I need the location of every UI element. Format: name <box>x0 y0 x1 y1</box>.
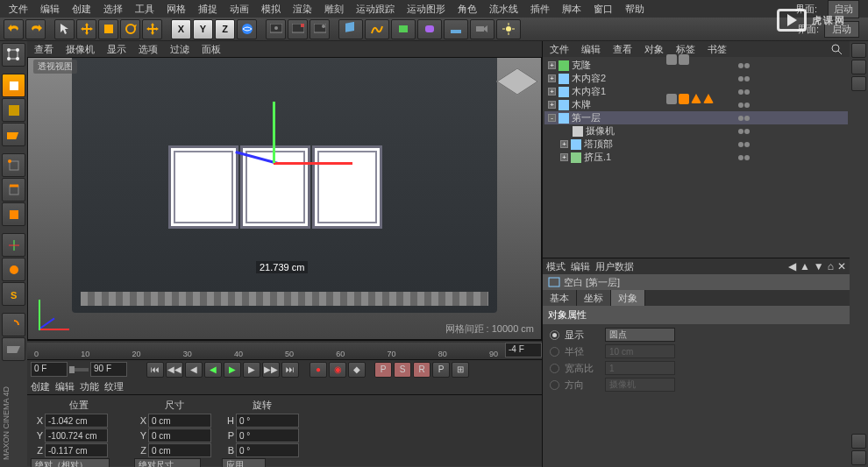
visibility-dot[interactable] <box>744 155 750 160</box>
visibility-dot[interactable] <box>744 76 750 81</box>
attrmenu-模式[interactable]: 模式 <box>546 260 566 273</box>
expander-icon[interactable]: + <box>548 61 556 69</box>
add-primitive-button[interactable] <box>338 19 363 39</box>
next-frame-button[interactable]: ▶ <box>243 362 260 378</box>
visibility-dot[interactable] <box>738 89 743 95</box>
vpmenu-显示[interactable]: 显示 <box>103 42 130 57</box>
expander-icon[interactable]: - <box>548 114 556 122</box>
menu-角色[interactable]: 角色 <box>452 1 482 18</box>
menu-网格[interactable]: 网格 <box>161 1 191 18</box>
add-spline-button[interactable] <box>365 19 389 39</box>
timeline-ruler[interactable]: 0102030405060708090 -4 F <box>27 340 542 359</box>
keyframe-sel-button[interactable]: ◆ <box>348 362 366 378</box>
enable-axis-button[interactable] <box>2 233 25 257</box>
render-picture-button[interactable] <box>288 19 308 39</box>
object-tree[interactable]: +克隆+木内容2+木内容1+木牌-第一层摄像机+塔顶部+挤压.1 <box>543 57 850 258</box>
render-settings-button[interactable] <box>309 19 330 39</box>
viewport-3d[interactable]: ↖ 21.739 cm 网格间距 : 10000 cm <box>27 57 542 340</box>
tab-basic[interactable]: 基本 <box>543 290 577 307</box>
vpmenu-面板[interactable]: 面板 <box>198 42 224 57</box>
visibility-dot[interactable] <box>744 89 750 95</box>
workplane-mode-button[interactable] <box>2 123 25 146</box>
enable-snap-button[interactable]: S <box>2 282 25 306</box>
rotate-tool[interactable] <box>120 19 140 39</box>
menu-工具[interactable]: 工具 <box>130 1 160 18</box>
tag-icon[interactable] <box>679 57 689 65</box>
rot-b-input[interactable] <box>236 443 299 457</box>
display-dropdown[interactable]: 圆点 <box>605 328 675 342</box>
current-frame-field[interactable]: -4 F <box>505 343 542 357</box>
menu-插件[interactable]: 插件 <box>525 1 555 18</box>
end-frame-field[interactable]: 90 F <box>90 362 127 377</box>
axis-z-toggle[interactable]: Z <box>215 19 235 39</box>
pos-x-input[interactable] <box>45 414 108 428</box>
visibility-dot[interactable] <box>744 129 750 134</box>
goto-prev-key-button[interactable]: ◀◀ <box>166 362 183 378</box>
viewport-solo-button[interactable] <box>2 258 25 281</box>
move-tool[interactable] <box>76 19 96 39</box>
matmenu-功能[interactable]: 功能 <box>80 380 99 393</box>
make-editable-button[interactable] <box>2 43 25 67</box>
objmenu-查看[interactable]: 查看 <box>609 42 636 57</box>
scale-tool[interactable] <box>98 19 118 39</box>
visibility-dot[interactable] <box>744 142 750 147</box>
render-view-button[interactable] <box>266 19 286 39</box>
visibility-dot[interactable] <box>744 63 750 68</box>
dock-button-1[interactable] <box>851 43 866 58</box>
tag-icon[interactable] <box>666 57 677 65</box>
workplane-snap-button[interactable] <box>2 337 25 361</box>
key-rot-button[interactable]: R <box>413 362 430 378</box>
tab-object[interactable]: 对象 <box>611 290 645 307</box>
visibility-dot[interactable] <box>738 63 743 68</box>
matmenu-创建[interactable]: 创建 <box>31 380 50 393</box>
tree-item-木内容2[interactable]: +木内容2 <box>544 72 848 85</box>
menu-模拟[interactable]: 模拟 <box>256 1 286 18</box>
tag-icon[interactable] <box>666 94 677 104</box>
add-environment-button[interactable] <box>444 19 468 39</box>
redo-button[interactable] <box>25 19 46 39</box>
record-key-button[interactable]: ● <box>309 362 327 378</box>
add-deformer-button[interactable] <box>417 19 442 39</box>
autokey-button[interactable]: ◉ <box>329 362 346 378</box>
visibility-dot[interactable] <box>738 116 743 121</box>
vpmenu-摄像机[interactable]: 摄像机 <box>62 42 98 57</box>
size-mode-dropdown[interactable]: 绝对尺寸 <box>134 458 201 467</box>
attr-nav-2[interactable]: ▼ <box>814 260 824 272</box>
vpmenu-过滤[interactable]: 过滤 <box>167 42 193 57</box>
vpmenu-查看[interactable]: 查看 <box>31 42 57 57</box>
attr-nav-4[interactable]: ✕ <box>837 260 846 272</box>
axis-x-toggle[interactable]: X <box>171 19 191 39</box>
visibility-dot[interactable] <box>744 116 750 121</box>
view-cube[interactable] <box>499 63 536 100</box>
goto-start-button[interactable]: ⏮ <box>146 362 164 378</box>
rot-p-input[interactable] <box>236 428 299 442</box>
menu-渲染[interactable]: 渲染 <box>288 1 317 18</box>
key-scale-button[interactable]: S <box>394 362 411 378</box>
pos-z-input[interactable] <box>45 443 108 457</box>
size-y-input[interactable] <box>148 428 211 442</box>
dock-button-3[interactable] <box>851 76 866 91</box>
tree-item-挤压.1[interactable]: +挤压.1 <box>544 151 848 164</box>
start-frame-field[interactable]: 0 F <box>31 362 68 377</box>
tag-icon[interactable] <box>703 94 714 103</box>
apply-button[interactable]: 应用 <box>222 458 266 467</box>
menu-创建[interactable]: 创建 <box>67 1 96 18</box>
prev-frame-button[interactable]: ◀ <box>185 362 203 378</box>
tab-coord[interactable]: 坐标 <box>577 290 611 307</box>
goto-end-button[interactable]: ⏭ <box>281 362 299 378</box>
dock-button-5[interactable] <box>851 450 866 465</box>
menu-窗口[interactable]: 窗口 <box>588 1 618 18</box>
matmenu-编辑[interactable]: 编辑 <box>55 380 75 393</box>
expander-icon[interactable]: + <box>548 101 556 109</box>
key-param-button[interactable]: P <box>432 362 450 378</box>
key-pos-button[interactable]: P <box>374 362 392 378</box>
attrmenu-用户数据[interactable]: 用户数据 <box>595 260 634 273</box>
vpmenu-选项[interactable]: 选项 <box>135 42 161 57</box>
tree-item-摄像机[interactable]: 摄像机 <box>544 124 848 138</box>
pos-mode-dropdown[interactable]: 绝对（相对） <box>31 458 110 467</box>
menu-选择[interactable]: 选择 <box>98 1 128 18</box>
visibility-dot[interactable] <box>738 129 743 134</box>
menu-流水线[interactable]: 流水线 <box>484 1 523 18</box>
tree-item-克隆[interactable]: +克隆 <box>544 59 848 72</box>
attrmenu-编辑[interactable]: 编辑 <box>571 260 590 273</box>
